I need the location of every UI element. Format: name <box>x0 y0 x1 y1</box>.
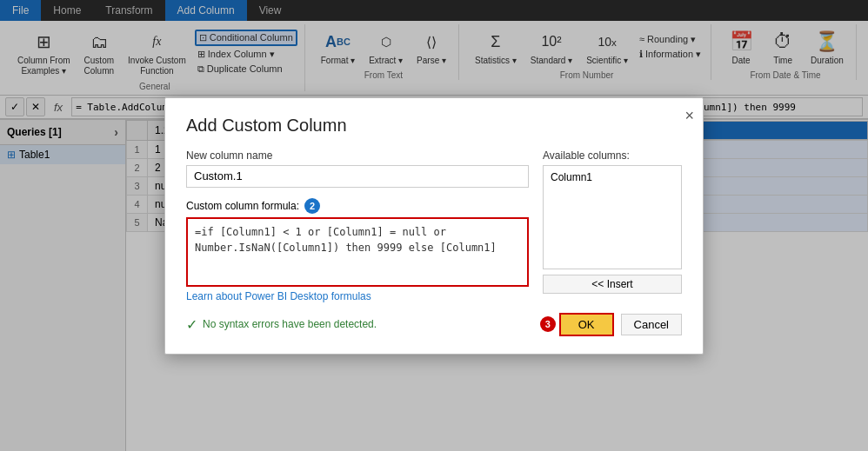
dialog-close-button[interactable]: × <box>684 107 694 125</box>
available-cols-label: Available columns: <box>543 149 682 162</box>
new-column-name-input[interactable] <box>186 165 529 188</box>
insert-button[interactable]: << Insert <box>543 275 682 294</box>
formula-label-row: Custom column formula: 2 <box>186 198 529 214</box>
add-custom-column-dialog: × Add Custom Column New column name Cust… <box>164 97 704 355</box>
dialog-footer: ✓ No syntax errors have been detected. 3… <box>186 313 682 336</box>
status-text: No syntax errors have been detected. <box>203 318 377 330</box>
dialog-right-panel: Available columns: Column1 << Insert <box>543 149 682 302</box>
ok-badge: 3 <box>540 316 556 332</box>
learn-more-link[interactable]: Learn about Power BI Desktop formulas <box>186 290 371 302</box>
dialog-status: ✓ No syntax errors have been detected. <box>186 316 377 333</box>
status-checkmark-icon: ✓ <box>186 316 197 333</box>
dialog-body: New column name Custom column formula: 2… <box>186 149 682 302</box>
dialog-left-panel: New column name Custom column formula: 2… <box>186 149 529 302</box>
dialog-overlay: × Add Custom Column New column name Cust… <box>0 0 868 451</box>
dialog-title: Add Custom Column <box>186 116 682 136</box>
available-cols-list: Column1 <box>543 165 682 269</box>
ok-button[interactable]: OK <box>559 313 614 336</box>
formula-textarea[interactable]: =if [Column1] < 1 or [Column1] = null or… <box>186 217 529 287</box>
formula-badge: 2 <box>304 198 320 214</box>
new-column-name-label: New column name <box>186 149 529 162</box>
formula-section-label: Custom column formula: <box>186 200 299 212</box>
cancel-button[interactable]: Cancel <box>621 314 682 335</box>
available-col-column1[interactable]: Column1 <box>547 169 678 185</box>
dialog-footer-buttons: 3 OK Cancel <box>540 313 682 336</box>
